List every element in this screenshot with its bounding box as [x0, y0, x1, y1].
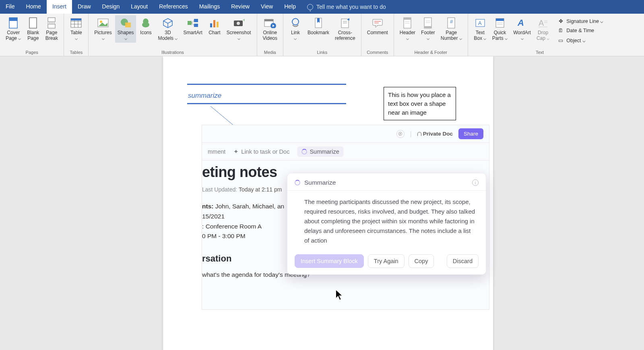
- svg-text:A: A: [539, 19, 544, 27]
- quick-parts-icon: [493, 16, 506, 29]
- footer-button[interactable]: Footer ⌵: [419, 15, 438, 43]
- table-button[interactable]: Table ⌵: [67, 15, 85, 43]
- embed-link-chip[interactable]: ✦Link to task or Doc: [233, 148, 289, 155]
- smartart-button[interactable]: SmartArt: [181, 15, 204, 37]
- svg-rect-2: [29, 18, 37, 28]
- pictures-button[interactable]: Pictures ⌵: [92, 15, 114, 43]
- drop-cap-button[interactable]: A Drop Cap ⌵: [534, 15, 552, 43]
- signature-line-button[interactable]: ✥Signature Line ⌵: [556, 17, 605, 25]
- try-again-button[interactable]: Try Again: [368, 254, 405, 268]
- date-time-button[interactable]: 🗓Date & Time: [556, 27, 605, 35]
- group-label-comments: Comments: [367, 49, 388, 55]
- svg-rect-15: [125, 23, 131, 27]
- chart-button[interactable]: Chart: [206, 15, 223, 37]
- online-videos-button[interactable]: Online Videos: [260, 15, 280, 43]
- comment-button[interactable]: Comment: [365, 15, 390, 37]
- tell-me-search[interactable]: Tell me what you want to do: [301, 0, 392, 14]
- insert-summary-button[interactable]: Insert Summary Block: [295, 254, 364, 268]
- group-pages: Cover Page ⌵ Blank Page Page Break Pages: [0, 14, 64, 56]
- copy-button[interactable]: Copy: [409, 254, 434, 268]
- tab-review[interactable]: Review: [225, 0, 255, 14]
- document-area[interactable]: summarize This is how you place a text b…: [0, 56, 644, 350]
- spinner-icon: [301, 149, 307, 154]
- cube-icon: [161, 16, 174, 29]
- tab-insert[interactable]: Insert: [47, 0, 72, 14]
- bookmark-icon: [312, 16, 325, 29]
- tab-references[interactable]: References: [153, 0, 194, 14]
- 3d-models-button[interactable]: 3D Models ⌵: [155, 15, 180, 43]
- bookmark-button[interactable]: Bookmark: [305, 15, 332, 37]
- blue-rule-top: [187, 84, 346, 85]
- object-button[interactable]: ▭Object ⌵: [556, 36, 605, 44]
- page-number-button[interactable]: # Page Number ⌵: [438, 15, 464, 43]
- screenshot-button[interactable]: + Screenshot ⌵: [224, 15, 254, 43]
- tag-icon[interactable]: ⦿: [396, 130, 405, 138]
- link-button[interactable]: Link ⌵: [287, 15, 304, 43]
- cover-page-button[interactable]: Cover Page ⌵: [3, 15, 23, 43]
- group-label-pages: Pages: [26, 49, 38, 55]
- smartart-icon: [186, 16, 199, 29]
- text-box-button[interactable]: A Text Box ⌵: [471, 15, 489, 43]
- group-label-media: Media: [264, 49, 276, 55]
- video-icon: [264, 16, 277, 29]
- embed-summarize-chip[interactable]: Summarize: [297, 146, 343, 157]
- page-break-icon: [45, 16, 58, 29]
- tab-home[interactable]: Home: [21, 0, 47, 14]
- signature-icon: ✥: [557, 18, 564, 24]
- tell-me-label: Tell me what you want to do: [316, 4, 386, 10]
- group-label-header-footer: Header & Footer: [415, 49, 447, 55]
- text-side-column: ✥Signature Line ⌵ 🗓Date & Time ▭Object ⌵: [553, 15, 608, 46]
- quick-parts-button[interactable]: Quick Parts ⌵: [490, 15, 510, 43]
- wand-icon: ✦: [233, 148, 239, 155]
- menu-bar: File Home Insert Draw Design Layout Refe…: [0, 0, 644, 14]
- mouse-cursor-icon: [334, 289, 345, 301]
- svg-rect-18: [194, 24, 198, 27]
- comment-icon: [371, 16, 384, 29]
- svg-point-13: [100, 21, 102, 23]
- svg-rect-28: [264, 19, 273, 21]
- tab-layout[interactable]: Layout: [125, 0, 153, 14]
- tab-draw[interactable]: Draw: [72, 0, 97, 14]
- svg-rect-21: [210, 23, 212, 27]
- tab-design[interactable]: Design: [97, 0, 126, 14]
- share-button[interactable]: Share: [458, 128, 483, 139]
- private-doc-label[interactable]: Private Doc: [417, 131, 453, 137]
- chart-icon: [208, 16, 221, 29]
- pictures-icon: [97, 16, 109, 29]
- svg-rect-22: [213, 20, 215, 27]
- group-links: Link ⌵ Bookmark Cross- reference Links: [283, 14, 361, 56]
- tab-file[interactable]: File: [0, 0, 21, 14]
- tab-help[interactable]: Help: [279, 0, 301, 14]
- blank-page-button[interactable]: Blank Page: [24, 15, 42, 43]
- page-break-button[interactable]: Page Break: [43, 15, 60, 43]
- text-box-shape[interactable]: This is how you place a text box over a …: [384, 87, 456, 120]
- document-page[interactable]: summarize This is how you place a text b…: [163, 56, 493, 350]
- popover-body: The meeting participants discussed the n…: [287, 191, 486, 249]
- info-icon[interactable]: i: [472, 179, 479, 186]
- icons-icon: [139, 16, 152, 29]
- svg-point-30: [292, 19, 299, 25]
- tab-view[interactable]: View: [255, 0, 279, 14]
- shapes-button[interactable]: Shapes ⌵: [115, 15, 136, 43]
- link-icon: [289, 16, 302, 29]
- icons-button[interactable]: Icons: [137, 15, 155, 37]
- drop-cap-icon: A: [537, 16, 549, 29]
- header-button[interactable]: Header ⌵: [397, 15, 418, 43]
- svg-rect-23: [217, 22, 219, 27]
- cross-reference-button[interactable]: Cross- reference: [332, 15, 358, 43]
- tab-mailings[interactable]: Mailings: [194, 0, 225, 14]
- embed-comment-chip[interactable]: mment: [208, 148, 225, 155]
- svg-text:A: A: [478, 20, 482, 26]
- group-illustrations: Pictures ⌵ Shapes ⌵ Icons 3D Models ⌵ Sm…: [89, 14, 257, 56]
- summarize-popover: Summarize i The meeting participants dis…: [287, 173, 486, 275]
- popover-actions: Insert Summary Block Try Again Copy Disc…: [287, 249, 486, 268]
- wordart-button[interactable]: A WordArt ⌵: [511, 15, 533, 43]
- discard-button[interactable]: Discard: [447, 254, 479, 268]
- header-icon: [401, 16, 414, 29]
- lightbulb-icon: [307, 4, 313, 10]
- cover-page-icon: [7, 16, 20, 29]
- blank-page-icon: [27, 16, 39, 29]
- group-media: Online Videos Media: [257, 14, 283, 56]
- page-number-icon: #: [445, 16, 458, 29]
- svg-rect-41: [424, 26, 431, 28]
